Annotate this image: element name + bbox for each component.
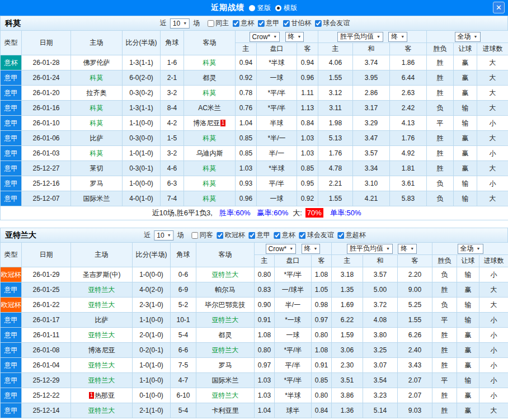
filter-意杯[interactable]: 意杯 bbox=[274, 230, 295, 240]
match-row: 意甲26-01-03科莫1-0(1-0)3-2乌迪内斯0.85半/一1.031.… bbox=[1, 146, 508, 161]
match-date: 25-12-29 bbox=[22, 373, 71, 388]
odds-time-select[interactable]: 终▼ bbox=[302, 244, 321, 254]
ah-home-odds: 1.08 bbox=[255, 328, 275, 343]
corners: 5-2 bbox=[171, 298, 196, 313]
chevron-down-icon: ▼ bbox=[298, 35, 302, 39]
result-goals: 小 bbox=[479, 388, 508, 403]
checkbox-icon[interactable] bbox=[249, 232, 256, 239]
col-header-goals-result: 进球数 bbox=[477, 43, 508, 55]
filter-意杯[interactable]: 意杯 bbox=[233, 18, 254, 28]
ah-home-odds: 0.83 bbox=[255, 282, 275, 298]
checkbox-icon[interactable] bbox=[338, 232, 345, 239]
chevron-down-icon: ▼ bbox=[377, 35, 380, 39]
results-table-atalanta: 类型 日期 主场 比分(半场) 角球 客场 Crow*▼ 终▼ 胜平负均值▼ 终… bbox=[0, 242, 508, 418]
match-row: 意甲25-12-16罗马1-0(0-0)6-3科莫0.93平/半0.952.21… bbox=[1, 176, 508, 191]
recent-suffix-label: 场 bbox=[177, 230, 184, 240]
eu-draw-odds: 5.14 bbox=[363, 403, 398, 418]
home-team: 亚特兰大 bbox=[71, 358, 133, 373]
league-filters: 同客欧冠杯意甲意杯球会友谊意超杯 bbox=[188, 230, 366, 240]
filter-意甲[interactable]: 意甲 bbox=[258, 18, 279, 28]
europe-odds-select[interactable]: 胜平负均值▼ bbox=[347, 244, 393, 254]
team-name: 帕尔马 bbox=[215, 286, 236, 294]
away-team: 科莫 bbox=[184, 55, 236, 70]
eu-away-odds: 5.25 bbox=[398, 298, 432, 313]
checkbox-icon[interactable] bbox=[217, 232, 224, 239]
result-wdl: 胜 bbox=[432, 343, 457, 358]
layout-option-vertical[interactable]: 竖版 bbox=[249, 3, 271, 13]
team-name-heading: 亚特兰大 bbox=[5, 230, 36, 240]
col-header-type: 类型 bbox=[1, 243, 22, 267]
recent-count-select[interactable]: 10▼ bbox=[170, 18, 190, 29]
home-team: 亚特兰大 bbox=[71, 298, 133, 313]
scope-select[interactable]: 全场▼ bbox=[455, 32, 481, 42]
col-header-home: 主场 bbox=[71, 31, 123, 55]
col-header-away: 客场 bbox=[196, 243, 255, 267]
filter-甘伯杯[interactable]: 甘伯杯 bbox=[283, 18, 311, 28]
eu-home-odds: 1.55 bbox=[318, 191, 353, 206]
ah-away-odds: 1.03 bbox=[297, 131, 318, 146]
europe-time-select[interactable]: 终▼ bbox=[388, 32, 407, 42]
odds-company-value: Crow* bbox=[269, 245, 287, 253]
checkbox-icon[interactable] bbox=[315, 20, 322, 27]
match-score: 0-2(0-1) bbox=[133, 343, 171, 358]
team-name: 亚特兰大 bbox=[212, 346, 239, 354]
europe-odds-value: 胜平负均值 bbox=[350, 244, 383, 253]
checkbox-icon[interactable] bbox=[192, 232, 199, 239]
corners: 6-9 bbox=[171, 282, 196, 298]
ah-away-odds: 1.05 bbox=[312, 282, 332, 298]
filter-意甲[interactable]: 意甲 bbox=[249, 230, 270, 240]
match-row: 意甲25-12-07国际米兰4-0(1-0)7-4科莫0.96一球0.921.5… bbox=[1, 191, 508, 206]
filter-欧冠杯[interactable]: 欧冠杯 bbox=[217, 230, 245, 240]
ah-handicap: 半球 bbox=[257, 116, 297, 131]
checkbox-icon[interactable] bbox=[233, 20, 239, 27]
result-wdl: 胜 bbox=[432, 328, 457, 343]
filter-球会友谊[interactable]: 球会友谊 bbox=[299, 230, 334, 240]
checkbox-icon[interactable] bbox=[258, 20, 265, 27]
team-name: 亚特兰大 bbox=[88, 301, 115, 309]
checkbox-icon[interactable] bbox=[274, 232, 281, 239]
away-team: 帕尔马 bbox=[196, 282, 255, 298]
recent-count-select[interactable]: 10▼ bbox=[154, 230, 173, 240]
league-badge: 意甲 bbox=[1, 388, 22, 403]
col-header-handicap-result: 让球 bbox=[454, 43, 477, 55]
home-team: 罗马 bbox=[71, 176, 123, 191]
filter-球会友谊[interactable]: 球会友谊 bbox=[315, 18, 350, 28]
corners: 6-3 bbox=[161, 176, 184, 191]
ah-home-odds: 0.96 bbox=[236, 191, 257, 206]
away-team: 亚特兰大 bbox=[196, 313, 255, 328]
europe-time-select[interactable]: 终▼ bbox=[398, 244, 417, 254]
team-name: 科莫 bbox=[203, 59, 217, 67]
team-name-heading: 科莫 bbox=[5, 18, 21, 29]
eu-draw-odds: 3.57 bbox=[353, 146, 390, 161]
chevron-down-icon: ▼ bbox=[273, 35, 277, 39]
filter-同主[interactable]: 同主 bbox=[208, 18, 229, 28]
team-name: 乌迪内斯 bbox=[196, 149, 223, 157]
odds-company-select[interactable]: Crow*▼ bbox=[266, 244, 297, 254]
team-name: 科莫 bbox=[203, 164, 217, 172]
layout-option-horizontal[interactable]: 横版 bbox=[275, 3, 297, 13]
team-name: 热那亚 bbox=[95, 391, 115, 399]
checkbox-icon[interactable] bbox=[283, 20, 290, 27]
result-handicap: 赢 bbox=[457, 358, 479, 373]
team-name: 圣吉罗斯(中) bbox=[83, 271, 121, 279]
odds-company-select[interactable]: Crow*▼ bbox=[250, 32, 280, 42]
team-name: 比萨 bbox=[90, 134, 104, 142]
checkbox-icon[interactable] bbox=[299, 232, 306, 239]
filter-意超杯[interactable]: 意超杯 bbox=[338, 230, 366, 240]
ah-away-odds: 0.80 bbox=[312, 388, 332, 403]
filter-同客[interactable]: 同客 bbox=[192, 230, 213, 240]
team-name: 毕尔巴鄂竞技 bbox=[205, 301, 246, 309]
checkbox-icon[interactable] bbox=[208, 20, 214, 27]
eu-away-odds: 3.43 bbox=[398, 358, 432, 373]
match-score: 2-3(1-0) bbox=[133, 298, 171, 313]
close-icon[interactable]: ✕ bbox=[493, 2, 505, 13]
eu-home-odds: 2.21 bbox=[318, 176, 353, 191]
europe-odds-select[interactable]: 胜平负均值▼ bbox=[337, 32, 383, 42]
eu-away-odds: 4.13 bbox=[390, 116, 427, 131]
result-goals: 大 bbox=[477, 86, 508, 101]
odds-time-select[interactable]: 终▼ bbox=[285, 32, 304, 42]
team-name: 亚特兰大 bbox=[212, 391, 239, 399]
team-name: 科莫 bbox=[90, 74, 104, 82]
eu-away-odds: 9.00 bbox=[398, 282, 432, 298]
scope-select[interactable]: 全场▼ bbox=[458, 244, 483, 254]
